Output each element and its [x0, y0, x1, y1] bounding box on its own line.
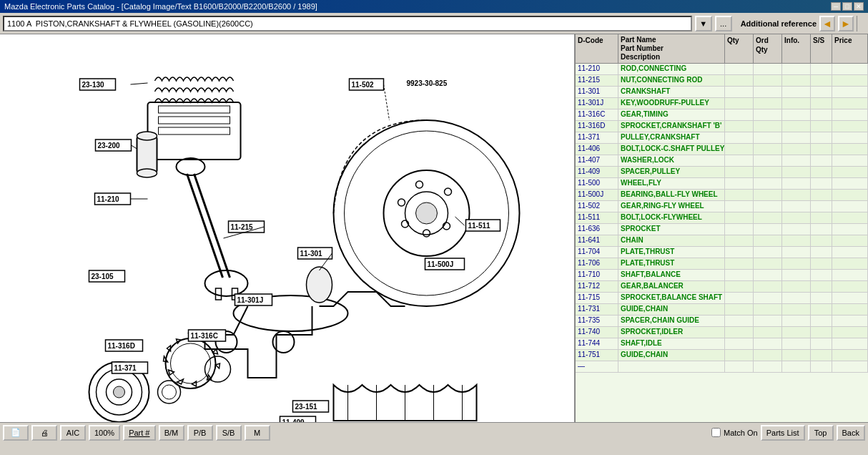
cell-dcode: 11-710 — [576, 270, 618, 280]
scrollbar-right[interactable] — [857, 16, 865, 31]
status-bar: 📄 🖨 AIC 100% Part # B/M P/B S/B M Match … — [0, 422, 868, 442]
cell-price — [832, 247, 868, 258]
table-row[interactable]: 11-316C GEAR,TIMING — [576, 109, 868, 121]
table-row[interactable]: 11-740 SPROCKET,IDLER — [576, 327, 868, 338]
table-row[interactable]: 11-409 SPACER,PULLEY — [576, 167, 868, 178]
cell-price — [832, 258, 868, 269]
table-row[interactable]: 11-407 WASHER,LOCK — [576, 155, 868, 167]
cell-price — [832, 121, 868, 132]
cell-ord — [754, 144, 782, 155]
table-row[interactable]: — — [576, 361, 868, 373]
table-row[interactable]: 11-641 CHAIN — [576, 235, 868, 247]
table-row[interactable]: 11-371 PULLEY,CRANKSHAFT — [576, 132, 868, 144]
m-btn[interactable]: M — [245, 425, 270, 441]
cell-ord — [754, 155, 782, 166]
doc-icon-btn[interactable]: 📄 — [3, 425, 29, 441]
cell-ss — [811, 155, 832, 166]
cell-ss — [811, 361, 832, 372]
cell-info — [782, 75, 811, 86]
minimize-btn[interactable]: ─ — [831, 2, 841, 11]
table-row[interactable]: 11-500J BEARING,BALL-FLY WHEEL — [576, 190, 868, 201]
part-hash-btn[interactable]: Part # — [123, 425, 155, 441]
table-row[interactable]: 11-636 SPROCKET — [576, 224, 868, 235]
cell-qty — [725, 235, 754, 246]
table-row[interactable]: 11-744 SHAFT,IDLE — [576, 338, 868, 350]
table-row[interactable]: 11-704 PLATE,THRUST — [576, 247, 868, 258]
cell-info — [782, 155, 811, 166]
parts-table-header: D-Code Part Name Part Number Description… — [576, 34, 868, 64]
cell-info — [782, 64, 811, 74]
cell-ss — [811, 350, 832, 361]
cell-ss — [811, 247, 832, 258]
cell-qty — [725, 132, 754, 143]
cell-ord — [754, 98, 782, 109]
table-row[interactable]: 11-301J KEY,WOODRUFF-PULLEY — [576, 98, 868, 109]
table-row[interactable]: 11-706 PLATE,THRUST — [576, 258, 868, 270]
table-row[interactable]: 11-301 CRANKSHAFT — [576, 87, 868, 98]
catalog-combo[interactable] — [3, 16, 692, 31]
cell-ss — [811, 144, 832, 155]
table-row[interactable]: 11-502 GEAR,RING-FLY WHEEL — [576, 201, 868, 212]
table-row[interactable]: 11-406 BOLT,LOCK-C.SHAFT PULLEY — [576, 144, 868, 155]
cell-info — [782, 361, 811, 372]
back-btn[interactable]: Back — [837, 425, 865, 441]
table-row[interactable]: 11-511 BOLT,LOCK-FLYWHEEL — [576, 212, 868, 224]
zoom-btn[interactable]: 100% — [89, 425, 120, 441]
sb-btn[interactable]: S/B — [216, 425, 242, 441]
cell-qty — [725, 258, 754, 269]
svg-text:11-301J: 11-301J — [237, 296, 264, 304]
print-icon-btn[interactable]: 🖨 — [31, 425, 57, 441]
table-row[interactable]: 11-500 WHEEL,FLY — [576, 178, 868, 190]
cell-info — [782, 235, 811, 246]
match-on-checkbox[interactable] — [711, 428, 721, 437]
title-bar: Mazda Electronic Parts Catalog - [Catalo… — [0, 0, 868, 13]
pb-btn[interactable]: P/B — [187, 425, 213, 441]
svg-text:23-130: 23-130 — [82, 81, 105, 89]
cell-info — [782, 132, 811, 143]
cell-info — [782, 201, 811, 212]
cell-dcode: 11-500J — [576, 190, 618, 200]
table-row[interactable]: 11-710 SHAFT,BALANCE — [576, 270, 868, 281]
cell-dcode: 11-316C — [576, 109, 618, 120]
maximize-btn[interactable]: □ — [842, 2, 852, 11]
cell-ord — [754, 201, 782, 212]
table-row[interactable]: 11-731 GUIDE,CHAIN — [576, 304, 868, 315]
match-on-area: Match On — [711, 428, 758, 437]
dropdown-btn[interactable]: ▼ — [695, 16, 712, 31]
col-price: Price — [832, 34, 868, 63]
cell-info — [782, 87, 811, 97]
svg-text:11-511: 11-511 — [468, 222, 491, 230]
dots-btn[interactable]: ... — [715, 16, 732, 31]
table-row[interactable]: 11-751 GUIDE,CHAIN — [576, 350, 868, 361]
cell-info — [782, 167, 811, 177]
table-row[interactable]: 11-215 NUT,CONNECTING ROD — [576, 75, 868, 87]
cell-dcode: 11-712 — [576, 281, 618, 292]
cell-name: GUIDE,CHAIN — [618, 304, 725, 315]
diagram-area: CRANKSHAFT — [0, 34, 575, 422]
cell-qty — [725, 178, 754, 189]
cell-ss — [811, 109, 832, 120]
cell-price — [832, 315, 868, 326]
cell-price — [832, 235, 868, 246]
cell-qty — [725, 304, 754, 315]
table-row[interactable]: 11-316D SPROCKET,CRANKSHAFT 'B' — [576, 121, 868, 132]
svg-point-6 — [416, 202, 438, 224]
top-btn[interactable]: Top — [808, 425, 834, 441]
nav-forward-btn[interactable]: ► — [838, 16, 854, 31]
nav-back-btn[interactable]: ◄ — [819, 16, 835, 31]
table-row[interactable]: 11-210 ROD,CONNECTING — [576, 64, 868, 75]
cell-ss — [811, 167, 832, 177]
cell-ss — [811, 281, 832, 292]
table-row[interactable]: 11-735 SPACER,CHAIN GUIDE — [576, 315, 868, 327]
col-info: Info. — [782, 34, 811, 63]
bm-btn[interactable]: B/M — [159, 425, 184, 441]
cell-dcode: 11-407 — [576, 155, 618, 166]
cell-ord — [754, 224, 782, 235]
close-btn[interactable]: ✕ — [854, 2, 864, 11]
table-row[interactable]: 11-715 SPROCKET,BALANCE SHAFT — [576, 293, 868, 304]
aic-btn[interactable]: AIC — [60, 425, 86, 441]
cell-ord — [754, 132, 782, 143]
table-row[interactable]: 11-712 GEAR,BALANCER — [576, 281, 868, 293]
cell-qty — [725, 64, 754, 74]
parts-list-btn[interactable]: Parts List — [761, 425, 805, 441]
